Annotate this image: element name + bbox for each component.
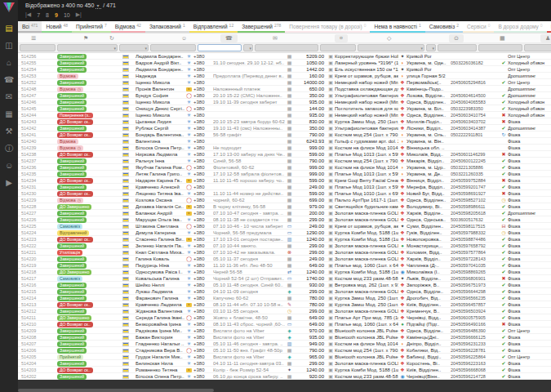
table-row[interactable]: 514243ДО Возврат ск..Цыганюк Лидия✳+3802… — [18, 118, 551, 125]
ttn-number-cell[interactable]: 20450596223163 — [451, 360, 500, 367]
column-filter-input[interactable]: ▾ — [524, 44, 551, 51]
status-badge[interactable]: Завершений — [57, 165, 87, 171]
ttn-number-cell[interactable]: 20450600122245 — [451, 158, 500, 164]
ttn-number-cell[interactable] — [451, 66, 500, 73]
table-row[interactable]: 514212ЗавершенийЖданова Валентина✳+38003… — [18, 308, 551, 314]
ttn-number-cell[interactable]: 20450596490166 — [451, 321, 500, 327]
status-badge[interactable]: Утилізація — [57, 250, 82, 256]
ttn-number-cell[interactable] — [451, 138, 500, 145]
status-badge[interactable]: Завершений — [57, 211, 87, 216]
status-badge[interactable]: Завершений — [57, 328, 87, 334]
ttn-number-cell[interactable]: 20450599752884 — [451, 177, 500, 184]
status-badge[interactable]: ДО Возврат ск.. — [57, 178, 93, 184]
page-number-button[interactable]: 7 — [37, 12, 40, 18]
tab-відправлений[interactable]: Відправлений12 — [189, 21, 238, 33]
table-row[interactable]: 514216ЗавершенийШейко Неллі✳+38005.10 11… — [18, 282, 551, 288]
status-badge[interactable]: Завершений — [57, 296, 87, 301]
ttn-number-cell[interactable]: 20450604065583 — [451, 99, 500, 105]
status-badge[interactable]: Відмова◷ — [57, 87, 83, 92]
status-badge[interactable]: Завершений — [57, 256, 87, 262]
ttn-number-cell[interactable]: 0503221305886 — [451, 164, 500, 171]
ttn-number-cell[interactable]: 20450596668068 — [451, 367, 500, 373]
ttn-number-cell[interactable]: 20450603403702 — [451, 118, 500, 125]
tab-запакований[interactable]: Запакований1 — [145, 21, 189, 33]
ttn-number-cell[interactable]: 20450596228781 — [451, 347, 500, 354]
table-row[interactable]: 514207ЗавершенийГладненко Натальи ..✳+38… — [18, 341, 551, 347]
info-icon[interactable]: ⓘ — [5, 145, 13, 153]
table-row[interactable]: 514228ДО ЗавершеноДихавка Наталія Си..ic… — [18, 203, 551, 210]
tab-новий[interactable]: Новий48 — [42, 21, 72, 33]
table-row[interactable]: 514205ПрийнятийГрудок Наталія Мик..✳+380… — [18, 354, 551, 360]
table-row[interactable]: 514208ЗавершенийБажан Виктория✳+380Висла… — [18, 334, 551, 341]
status-badge[interactable]: ДО Возврат ск.. — [57, 152, 93, 158]
column-filter-input[interactable] — [150, 44, 196, 51]
page-size-dropdown[interactable]: ▾ — [96, 2, 101, 9]
table-row[interactable]: 514253ВідмоваНадежда✳+380Предоплата (Пер… — [18, 73, 551, 79]
ttn-number-cell[interactable]: 20450598117515 — [451, 223, 500, 229]
column-filter-input[interactable]: ▾ — [119, 44, 149, 51]
ttn-number-cell[interactable]: 20450596214728 — [451, 373, 500, 380]
ttn-number-cell[interactable] — [451, 86, 500, 92]
orders-icon[interactable]: ▤ — [5, 24, 12, 33]
ttn-number-cell[interactable]: 20450605294816 — [451, 79, 500, 86]
table-row[interactable]: 514239Відмова◷Білоска Олена Петр..✳+380Н… — [18, 145, 551, 151]
table-row[interactable]: 514227ЗавершенийБаланюк Андрійic+38007.1… — [18, 210, 551, 216]
status-badge[interactable]: Завершений — [57, 60, 87, 66]
status-badge[interactable]: ДО Возврат ск.. — [57, 191, 93, 197]
ttn-number-cell[interactable]: 0503226036182 — [451, 60, 500, 66]
payment-column-icon[interactable]: ¤ — [335, 34, 348, 42]
table-row[interactable]: 514237ЗавершенийРальчук Інна✳+380Синій, … — [18, 158, 551, 164]
ttn-number-cell[interactable]: 20450597577864 — [451, 249, 500, 256]
address-column-icon[interactable]: ⊙ — [449, 34, 464, 42]
comment-column-icon[interactable]: ✉ — [273, 34, 278, 42]
table-row[interactable]: 514235ЗавершенийЛетяк Галина Григо..✳+38… — [18, 171, 551, 177]
ttn-number-cell[interactable]: 20450596225864 — [451, 354, 500, 360]
status-badge[interactable]: Самовивіз — [57, 276, 82, 282]
status-badge[interactable]: Завершений — [57, 289, 87, 295]
table-row[interactable]: 514255ЗавершенийБадров Андрій Вікт..✳+38… — [18, 60, 551, 66]
status-badge[interactable]: Завершений — [57, 100, 87, 105]
status-badge[interactable]: Завершений — [57, 80, 87, 86]
status-badge[interactable]: Завершений — [57, 341, 87, 347]
table-row[interactable]: 514225СамовивізШтакина Светлана◯+38007.1… — [18, 223, 551, 229]
ttn-number-cell[interactable]: 0503223983350 — [451, 105, 500, 112]
table-row[interactable]: 514229Відмова◷Козлова Оксана◯+380чорний,… — [18, 197, 551, 203]
status-badge[interactable]: Завершений — [57, 263, 87, 269]
table-row[interactable]: 514217СамовивізКовальська Галина✳+380Чор… — [18, 275, 551, 282]
ttn-number-cell[interactable]: 0503221260335 — [451, 171, 500, 177]
status-badge[interactable]: Прийнятий — [57, 354, 83, 360]
ttn-number-cell[interactable]: 0502222911801 — [451, 131, 500, 138]
ttn-column-icon[interactable]: ▦ — [500, 34, 505, 42]
table-row[interactable]: 514220ЗавершенийГалина Коваль◯+38005.10 … — [18, 256, 551, 262]
status-badge[interactable]: Відправлений — [57, 230, 89, 236]
table-row[interactable]: 514222ЗавершенийЗеленко Наталія Па..✳+38… — [18, 243, 551, 249]
support-icon[interactable]: ☺ — [5, 162, 13, 170]
ttn-number-cell[interactable] — [451, 53, 500, 60]
status-badge[interactable]: Завершений — [57, 217, 87, 223]
table-row[interactable]: 514203ДО Возврат ск..Романенко Тетянаic+… — [18, 367, 551, 373]
status-badge[interactable]: Завершений — [57, 126, 87, 131]
status-badge[interactable]: Завершений — [57, 172, 87, 177]
column-filter-input[interactable] — [198, 44, 242, 51]
column-filter-input[interactable] — [478, 44, 522, 51]
ttn-number-cell[interactable]: 5003600517632 — [451, 216, 500, 223]
table-row[interactable]: 514245ЗавершенийОнищук Денис Сергі..◯+38… — [18, 105, 551, 112]
ttn-number-cell[interactable]: 20450598205618 — [451, 210, 500, 216]
column-filter-input[interactable]: ▾ — [358, 44, 424, 51]
status-badge[interactable]: ДО Возврат ск.. — [57, 368, 93, 373]
table-row[interactable]: 514221УтилізаціяКнап Світлана Миха..✳+38… — [18, 249, 551, 256]
tab-всі[interactable]: Всі471 — [18, 21, 42, 33]
ttn-number-cell[interactable]: 20450598869265 — [451, 269, 500, 275]
stats-icon[interactable]: ▦ — [5, 110, 12, 118]
table-row[interactable]: 514226ЗавершенийМарущак Ольга Іва..✳+380… — [18, 216, 551, 223]
status-badge[interactable]: Відмова◷ — [57, 198, 83, 203]
table-row[interactable]: 514215ЗавершенийЛукаш Людмила✳+38004.10 … — [18, 288, 551, 295]
status-badge[interactable]: ДО Завершено — [57, 204, 91, 210]
table-row[interactable]: 514214ЗавершенийФаранович Галина✳+380Кап… — [18, 295, 551, 301]
table-row[interactable]: 514240ВідмоваВалентина✳+380▦6243.93▣Голь… — [18, 138, 551, 145]
status-badge[interactable]: ДО Возврат ск.. — [57, 302, 93, 308]
table-row[interactable]: 514224ВідправленийДимула Катерина✳+380Чо… — [18, 229, 551, 236]
ttn-number-cell[interactable]: 20450596806901 — [451, 275, 500, 282]
ttn-number-cell[interactable]: 20450596644298 — [451, 288, 500, 295]
table-row[interactable]: 514223ДО Возврат ск..Стасенко Галина Ви.… — [18, 236, 551, 243]
